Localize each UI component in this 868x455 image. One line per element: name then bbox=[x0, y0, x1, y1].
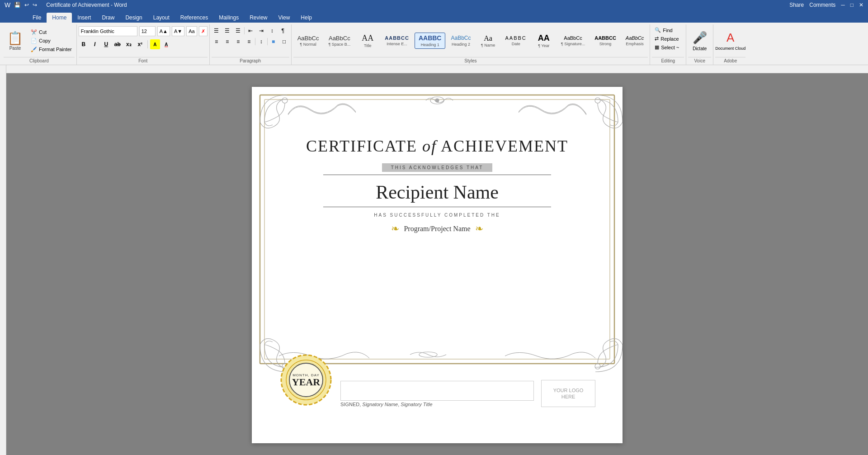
cert-seal: MONTH, DAY YEAR bbox=[279, 353, 333, 407]
left-flourish-icon: ❧ bbox=[391, 223, 399, 235]
tab-review[interactable]: Review bbox=[244, 13, 273, 23]
close-button[interactable]: ✕ bbox=[859, 2, 863, 8]
line-spacing-button[interactable]: ↕ bbox=[256, 37, 266, 46]
align-center-button[interactable]: ≡ bbox=[222, 37, 232, 46]
multilevel-button[interactable]: ☰ bbox=[233, 26, 243, 35]
numbering-button[interactable]: ☰ bbox=[222, 26, 232, 35]
style-signature-line[interactable]: AaBbCc ¶ Signature... bbox=[557, 33, 589, 48]
tab-design[interactable]: Design bbox=[120, 13, 147, 23]
editing-group: 🔍 Find ⇄ Replace ▦ Select ~ Editing bbox=[650, 24, 686, 65]
quick-access-save[interactable]: 💾 bbox=[14, 2, 21, 8]
style-intense-emphasis[interactable]: AABBCC Intense E... bbox=[381, 33, 413, 48]
signature-line-box[interactable] bbox=[340, 381, 534, 401]
superscript-button[interactable]: x² bbox=[135, 39, 145, 49]
find-button[interactable]: 🔍 Find bbox=[652, 26, 675, 34]
document-scroll[interactable]: CERTIFICATE of ACHIEVEMENT THIS ACKNOWLE… bbox=[6, 73, 868, 455]
svg-point-2 bbox=[430, 97, 444, 104]
minimize-button[interactable]: ─ bbox=[841, 2, 845, 8]
copy-button[interactable]: 📄 Copy bbox=[29, 37, 74, 45]
style-heading2[interactable]: AaBbCc Heading 2 bbox=[447, 33, 475, 48]
cert-content: CERTIFICATE of ACHIEVEMENT THIS ACKNOWLE… bbox=[274, 137, 600, 248]
cut-icon: ✂️ bbox=[31, 29, 37, 35]
bold-button[interactable]: B bbox=[79, 39, 89, 49]
font-size-input[interactable] bbox=[139, 26, 156, 36]
tab-draw[interactable]: Draw bbox=[96, 13, 120, 23]
document-page[interactable]: CERTIFICATE of ACHIEVEMENT THIS ACKNOWLE… bbox=[252, 87, 623, 443]
replace-icon: ⇄ bbox=[655, 36, 659, 42]
align-left-button[interactable]: ≡ bbox=[212, 37, 222, 46]
paragraph-label: Paragraph bbox=[212, 57, 289, 65]
tab-home[interactable]: Home bbox=[47, 13, 72, 23]
borders-button[interactable]: □ bbox=[279, 37, 289, 46]
bullets-button[interactable]: ☰ bbox=[212, 26, 222, 35]
style-date[interactable]: AABBC Date bbox=[501, 33, 531, 48]
increase-indent-button[interactable]: ⇥ bbox=[256, 26, 266, 35]
document-cloud-label[interactable]: Document Cloud bbox=[715, 46, 745, 51]
font-label: Font bbox=[79, 57, 208, 65]
tab-layout[interactable]: Layout bbox=[148, 13, 175, 23]
style-name[interactable]: Aa ¶ Name bbox=[476, 32, 500, 49]
cert-program-name[interactable]: Program/Project Name bbox=[404, 225, 470, 233]
replace-button[interactable]: ⇄ Replace bbox=[652, 35, 681, 43]
justify-button[interactable]: ≡ bbox=[244, 37, 254, 46]
font-bottom-row: B I U ab x₂ x² A A bbox=[79, 39, 171, 49]
style-strong[interactable]: AABBCC Strong bbox=[590, 33, 620, 48]
cert-acknowledges: THIS ACKNOWLEDGES THAT bbox=[382, 163, 493, 172]
clipboard-sub: ✂️ Cut 📄 Copy 🖌️ Format Painter bbox=[28, 28, 75, 54]
adobe-label: Adobe bbox=[715, 57, 745, 65]
tab-view[interactable]: View bbox=[273, 13, 296, 23]
style-space-before[interactable]: AaBbCc ¶ Space B... bbox=[324, 33, 354, 49]
italic-button[interactable]: I bbox=[90, 39, 100, 49]
style-heading1[interactable]: AABBC Heading 1 bbox=[415, 33, 446, 49]
para-sep2 bbox=[255, 38, 255, 45]
style-year[interactable]: AA ¶ Year bbox=[532, 32, 556, 50]
styles-group: AaBbCc ¶ Normal AaBbCc ¶ Space B... AA T… bbox=[292, 24, 651, 65]
comments-button[interactable]: Comments bbox=[809, 2, 835, 8]
select-button[interactable]: ▦ Select ~ bbox=[652, 43, 682, 51]
para-sep3 bbox=[267, 38, 268, 45]
style-title[interactable]: AA Title bbox=[356, 32, 379, 50]
tab-mailings[interactable]: Mailings bbox=[213, 13, 244, 23]
strikethrough-button[interactable]: ab bbox=[113, 39, 123, 49]
underline-button[interactable]: U bbox=[101, 39, 111, 49]
tab-help[interactable]: Help bbox=[295, 13, 317, 23]
quick-access-redo[interactable]: ↪ bbox=[33, 2, 37, 8]
cert-program-row: ❧ Program/Project Name ❧ bbox=[274, 223, 600, 235]
ribbon: 📋 Paste ✂️ Cut 📄 Copy 🖌️ Format Painter … bbox=[0, 23, 868, 65]
cut-button[interactable]: ✂️ Cut bbox=[29, 28, 74, 36]
tab-references[interactable]: References bbox=[175, 13, 213, 23]
dictate-label[interactable]: Dictate bbox=[693, 46, 707, 51]
shrink-font-button[interactable]: A▼ bbox=[172, 26, 184, 36]
font-name-input[interactable] bbox=[79, 26, 137, 36]
quick-access-undo[interactable]: ↩ bbox=[24, 2, 29, 8]
style-normal[interactable]: AaBbCc ¶ Normal bbox=[293, 33, 323, 49]
shading-button[interactable]: ■ bbox=[269, 37, 278, 46]
cert-completed: HAS SUCCESSFULLY COMPLETED THE bbox=[274, 213, 600, 218]
case-button[interactable]: Aa bbox=[186, 26, 197, 36]
clear-format-button[interactable]: ✗ bbox=[199, 26, 208, 36]
highlight-button[interactable]: A bbox=[150, 39, 160, 49]
align-right-button[interactable]: ≡ bbox=[233, 37, 243, 46]
subscript-button[interactable]: x₂ bbox=[124, 39, 134, 49]
seal-year: YEAR bbox=[292, 377, 320, 387]
format-painter-button[interactable]: 🖌️ Format Painter bbox=[29, 46, 74, 53]
tab-file[interactable]: File bbox=[27, 13, 47, 23]
clipboard-label: Clipboard bbox=[4, 57, 75, 65]
paragraph-group: ☰ ☰ ☰ ⇤ ⇥ ↕ ¶ ≡ ≡ ≡ ≡ ↕ ■ □ Paragraph bbox=[210, 24, 292, 65]
document-area: CERTIFICATE of ACHIEVEMENT THIS ACKNOWLE… bbox=[0, 65, 868, 455]
paste-button[interactable]: 📋 Paste bbox=[4, 29, 27, 52]
tab-insert[interactable]: Insert bbox=[72, 13, 96, 23]
restore-button[interactable]: □ bbox=[850, 2, 854, 8]
grow-font-button[interactable]: A▲ bbox=[157, 26, 170, 36]
share-button[interactable]: Share bbox=[789, 2, 804, 8]
cert-signature-area: SIGNED, Signatory Name, Signatory Title bbox=[340, 381, 534, 407]
horizontal-ruler bbox=[6, 65, 868, 73]
cert-recipient-name[interactable]: Recipient Name bbox=[274, 181, 600, 203]
show-hide-button[interactable]: ¶ bbox=[278, 26, 288, 35]
decrease-indent-button[interactable]: ⇤ bbox=[245, 26, 255, 35]
style-emphasis[interactable]: AaBbCc Emphasis bbox=[622, 33, 648, 48]
font-color-button[interactable]: A bbox=[161, 39, 171, 49]
title-bar-left: W 💾 ↩ ↪ Certificate of Achievement - Wor… bbox=[5, 1, 127, 9]
cert-logo-box[interactable]: YOUR LOGO HERE bbox=[541, 380, 595, 407]
sort-button[interactable]: ↕ bbox=[267, 26, 277, 35]
